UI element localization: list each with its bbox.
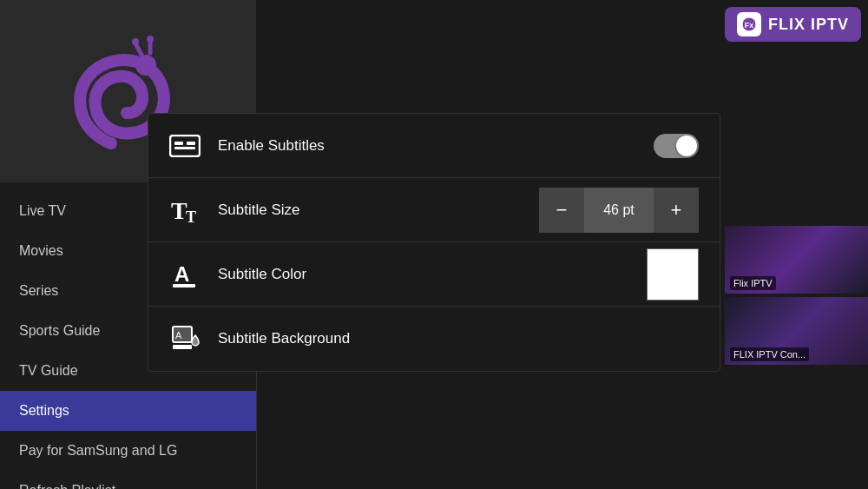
svg-rect-8 [174, 142, 183, 145]
svg-line-3 [135, 43, 141, 55]
subtitle-color-label: Subtitle Color [218, 266, 647, 283]
sidebar-item-settings[interactable]: Settings [0, 391, 256, 431]
subtitle-settings-modal: Enable Subtitles T T Subtitle Size − 46 … [148, 113, 720, 372]
svg-point-6 [147, 36, 154, 43]
svg-point-5 [132, 38, 139, 45]
size-value: 46 pt [584, 188, 654, 233]
thumbnail-1[interactable]: Flix IPTV [725, 226, 868, 294]
enable-subtitles-row: Enable Subtitles [148, 114, 720, 178]
toggle-knob [676, 135, 697, 156]
sidebar-item-pay[interactable]: Pay for SamSung and LG [0, 431, 256, 471]
subtitle-size-row: T T Subtitle Size − 46 pt + [148, 178, 720, 242]
svg-rect-10 [174, 147, 195, 149]
svg-text:A: A [175, 330, 182, 340]
svg-rect-9 [187, 142, 195, 145]
logo-text: FLIX IPTV [768, 16, 849, 34]
thumbnail-2-label: FLIX IPTV Con... [730, 347, 809, 361]
svg-rect-17 [173, 345, 192, 349]
svg-text:T: T [186, 208, 196, 226]
logo-badge: Fx FLIX IPTV [725, 7, 861, 42]
subtitle-color-row: A Subtitle Color [148, 242, 720, 307]
size-controls: − 46 pt + [539, 188, 699, 233]
thumbnails-area: Flix IPTV FLIX IPTV Con... [725, 226, 868, 369]
increase-size-button[interactable]: + [654, 188, 699, 233]
thumbnail-1-label: Flix IPTV [730, 276, 776, 290]
svg-point-2 [135, 55, 156, 76]
subtitle-background-row: A Subtitle Background [148, 307, 720, 371]
a-color-icon: A [169, 259, 201, 290]
svg-rect-14 [173, 284, 195, 287]
flix-icon: Fx [737, 12, 761, 36]
text-size-icon: T T [169, 195, 201, 226]
enable-subtitles-toggle[interactable] [654, 134, 699, 158]
sidebar-item-refresh-playlist[interactable]: Refresh Playlist [0, 471, 256, 489]
subtitle-size-label: Subtitle Size [218, 202, 539, 219]
svg-text:Fx: Fx [745, 21, 754, 30]
svg-rect-7 [170, 135, 200, 156]
enable-subtitles-label: Enable Subtitles [218, 137, 654, 155]
svg-text:A: A [174, 262, 189, 286]
subtitle-background-label: Subtitle Background [218, 330, 699, 347]
decrease-size-button[interactable]: − [539, 188, 584, 233]
color-swatch[interactable] [647, 248, 699, 301]
thumbnail-2[interactable]: FLIX IPTV Con... [725, 297, 868, 365]
bg-fill-icon: A [169, 323, 201, 354]
cc-icon [169, 130, 201, 162]
